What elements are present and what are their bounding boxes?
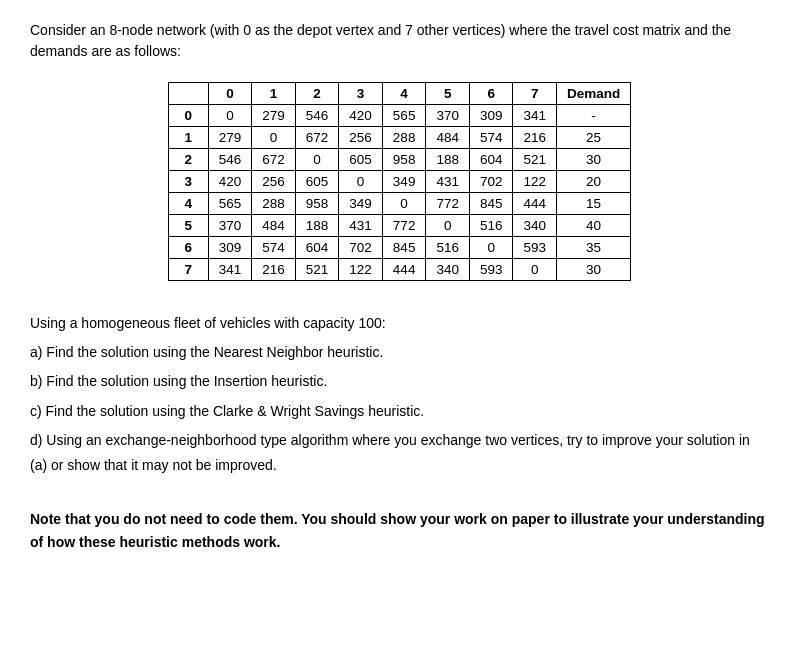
cell-0-1: 279 xyxy=(252,105,296,127)
questions-section: Using a homogeneous fleet of vehicles wi… xyxy=(30,311,769,478)
cell-1-6: 574 xyxy=(469,127,513,149)
cell-6-1: 574 xyxy=(252,237,296,259)
cell-7-0: 341 xyxy=(208,259,252,281)
matrix-table-container: 0 1 2 3 4 5 6 7 Demand 00279546420565370… xyxy=(30,82,769,281)
demand-3: 20 xyxy=(556,171,630,193)
table-body: 00279546420565370309341-1279067225628848… xyxy=(168,105,631,281)
cell-6-0: 309 xyxy=(208,237,252,259)
question-a: a) Find the solution using the Nearest N… xyxy=(30,340,769,365)
cell-7-4: 444 xyxy=(382,259,426,281)
table-row: 00279546420565370309341- xyxy=(168,105,631,127)
cell-4-6: 845 xyxy=(469,193,513,215)
table-row: 5370484188431772051634040 xyxy=(168,215,631,237)
cell-7-5: 340 xyxy=(426,259,470,281)
cell-4-0: 565 xyxy=(208,193,252,215)
cell-3-7: 122 xyxy=(513,171,557,193)
header-demand: Demand xyxy=(556,83,630,105)
table-header-row: 0 1 2 3 4 5 6 7 Demand xyxy=(168,83,631,105)
cell-5-0: 370 xyxy=(208,215,252,237)
cell-4-2: 958 xyxy=(295,193,339,215)
cell-4-1: 288 xyxy=(252,193,296,215)
cell-2-3: 605 xyxy=(339,149,383,171)
cell-5-3: 431 xyxy=(339,215,383,237)
cell-3-4: 349 xyxy=(382,171,426,193)
travel-cost-matrix: 0 1 2 3 4 5 6 7 Demand 00279546420565370… xyxy=(168,82,632,281)
cell-2-5: 188 xyxy=(426,149,470,171)
cell-7-2: 521 xyxy=(295,259,339,281)
cell-4-3: 349 xyxy=(339,193,383,215)
cell-3-1: 256 xyxy=(252,171,296,193)
cell-0-5: 370 xyxy=(426,105,470,127)
cell-5-4: 772 xyxy=(382,215,426,237)
cell-2-6: 604 xyxy=(469,149,513,171)
capacity-text: Using a homogeneous fleet of vehicles wi… xyxy=(30,311,769,336)
row-label-5: 5 xyxy=(168,215,208,237)
cell-0-3: 420 xyxy=(339,105,383,127)
table-row: 7341216521122444340593030 xyxy=(168,259,631,281)
row-label-3: 3 xyxy=(168,171,208,193)
cell-6-3: 702 xyxy=(339,237,383,259)
table-row: 2546672060595818860452130 xyxy=(168,149,631,171)
cell-7-6: 593 xyxy=(469,259,513,281)
demand-2: 30 xyxy=(556,149,630,171)
cell-0-0: 0 xyxy=(208,105,252,127)
cell-1-4: 288 xyxy=(382,127,426,149)
header-col-2: 2 xyxy=(295,83,339,105)
demand-1: 25 xyxy=(556,127,630,149)
cell-2-2: 0 xyxy=(295,149,339,171)
cell-4-7: 444 xyxy=(513,193,557,215)
header-col-3: 3 xyxy=(339,83,383,105)
header-empty xyxy=(168,83,208,105)
cell-3-5: 431 xyxy=(426,171,470,193)
cell-3-2: 605 xyxy=(295,171,339,193)
cell-3-6: 702 xyxy=(469,171,513,193)
cell-0-6: 309 xyxy=(469,105,513,127)
cell-6-2: 604 xyxy=(295,237,339,259)
row-label-0: 0 xyxy=(168,105,208,127)
cell-0-2: 546 xyxy=(295,105,339,127)
cell-0-7: 341 xyxy=(513,105,557,127)
cell-7-3: 122 xyxy=(339,259,383,281)
cell-6-6: 0 xyxy=(469,237,513,259)
header-col-7: 7 xyxy=(513,83,557,105)
header-col-5: 5 xyxy=(426,83,470,105)
header-col-0: 0 xyxy=(208,83,252,105)
cell-5-5: 0 xyxy=(426,215,470,237)
cell-7-7: 0 xyxy=(513,259,557,281)
question-b: b) Find the solution using the Insertion… xyxy=(30,369,769,394)
cell-1-3: 256 xyxy=(339,127,383,149)
cell-4-5: 772 xyxy=(426,193,470,215)
cell-3-3: 0 xyxy=(339,171,383,193)
cell-2-7: 521 xyxy=(513,149,557,171)
row-label-7: 7 xyxy=(168,259,208,281)
cell-6-5: 516 xyxy=(426,237,470,259)
demand-6: 35 xyxy=(556,237,630,259)
cell-7-1: 216 xyxy=(252,259,296,281)
question-d: d) Using an exchange-neighborhood type a… xyxy=(30,428,769,478)
cell-2-0: 546 xyxy=(208,149,252,171)
cell-5-1: 484 xyxy=(252,215,296,237)
demand-4: 15 xyxy=(556,193,630,215)
cell-6-7: 593 xyxy=(513,237,557,259)
cell-5-2: 188 xyxy=(295,215,339,237)
cell-2-4: 958 xyxy=(382,149,426,171)
demand-5: 40 xyxy=(556,215,630,237)
note-section: Note that you do not need to code them. … xyxy=(30,508,769,553)
row-label-6: 6 xyxy=(168,237,208,259)
cell-1-1: 0 xyxy=(252,127,296,149)
row-label-2: 2 xyxy=(168,149,208,171)
row-label-1: 1 xyxy=(168,127,208,149)
header-col-1: 1 xyxy=(252,83,296,105)
demand-0: - xyxy=(556,105,630,127)
cell-0-4: 565 xyxy=(382,105,426,127)
cell-1-5: 484 xyxy=(426,127,470,149)
row-label-4: 4 xyxy=(168,193,208,215)
table-row: 3420256605034943170212220 xyxy=(168,171,631,193)
table-row: 4565288958349077284544415 xyxy=(168,193,631,215)
demand-7: 30 xyxy=(556,259,630,281)
cell-5-7: 340 xyxy=(513,215,557,237)
table-row: 6309574604702845516059335 xyxy=(168,237,631,259)
table-row: 1279067225628848457421625 xyxy=(168,127,631,149)
cell-1-0: 279 xyxy=(208,127,252,149)
header-col-6: 6 xyxy=(469,83,513,105)
